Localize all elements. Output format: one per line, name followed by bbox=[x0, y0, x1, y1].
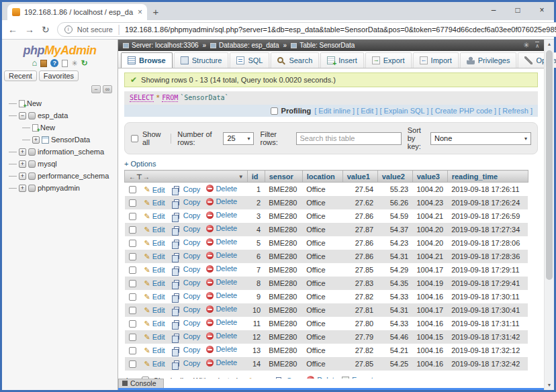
row-delete-link[interactable]: Delete bbox=[206, 278, 237, 286]
tab-close-icon[interactable]: × bbox=[138, 7, 142, 17]
row-checkbox[interactable] bbox=[129, 347, 136, 354]
row-delete-link[interactable]: Delete bbox=[206, 264, 237, 273]
sidebar-item-mysql[interactable]: +mysql bbox=[5, 158, 118, 170]
row-copy-link[interactable]: Copy bbox=[171, 252, 201, 260]
row-copy-link[interactable]: Copy bbox=[171, 238, 201, 246]
browser-tab[interactable]: 192.168.1.86 / localhost / esp_da × bbox=[7, 4, 147, 20]
column-header-id[interactable]: id bbox=[247, 170, 265, 183]
row-delete-link[interactable]: Delete bbox=[206, 332, 237, 340]
recent-tab[interactable]: Recent bbox=[4, 70, 37, 81]
maximize-button[interactable]: □ bbox=[506, 3, 530, 18]
row-copy-link[interactable]: Copy bbox=[171, 305, 201, 313]
row-copy-link[interactable]: Copy bbox=[171, 319, 201, 327]
row-checkbox[interactable] bbox=[129, 253, 136, 260]
options-link[interactable]: + Options bbox=[124, 160, 156, 168]
sidebar-item-information-schema[interactable]: +information_schema bbox=[5, 146, 118, 158]
row-checkbox[interactable] bbox=[129, 199, 136, 207]
number-of-rows-select[interactable]: 25 ▾ bbox=[223, 132, 254, 145]
expand-icon[interactable]: + bbox=[19, 185, 26, 192]
page-scrollbar[interactable]: ▲ ▼ bbox=[544, 40, 554, 390]
row-copy-link[interactable]: Copy bbox=[171, 359, 201, 367]
row-edit-link[interactable]: ✎Edit bbox=[144, 266, 165, 275]
row-delete-link[interactable]: Delete bbox=[206, 358, 237, 366]
page-settings-gear-icon[interactable]: ✳ bbox=[523, 41, 529, 50]
expand-icon[interactable]: + bbox=[19, 173, 26, 180]
new-tab-button[interactable]: + bbox=[147, 4, 165, 20]
row-delete-link[interactable]: Delete bbox=[206, 305, 237, 313]
tab-import[interactable]: Import bbox=[413, 52, 459, 68]
row-checkbox[interactable] bbox=[129, 307, 136, 314]
row-copy-link[interactable]: Copy bbox=[171, 198, 201, 206]
row-edit-link[interactable]: ✎Edit bbox=[144, 306, 165, 315]
row-copy-link[interactable]: Copy bbox=[171, 346, 201, 354]
sidebar-item-sensordata[interactable]: +SensorData bbox=[5, 134, 118, 146]
sidebar-item-performance-schema[interactable]: +performance_schema bbox=[5, 170, 118, 182]
phpmyadmin-logo[interactable]: phpMyAdmin bbox=[2, 40, 118, 58]
console-toggle[interactable]: Console bbox=[118, 379, 164, 388]
help-icon[interactable]: ? bbox=[50, 59, 58, 67]
row-delete-link[interactable]: Delete bbox=[206, 185, 237, 193]
tab-privileges[interactable]: Privileges bbox=[460, 52, 517, 68]
collapse-icon[interactable]: − bbox=[19, 112, 26, 119]
edit-link[interactable]: Edit bbox=[361, 107, 373, 115]
create-php-code-link[interactable]: Create PHP code bbox=[435, 107, 492, 115]
row-delete-link[interactable]: Delete bbox=[206, 291, 237, 299]
address-bar[interactable]: Not secure | 192.168.1.86/phpmyadmin/sql… bbox=[57, 22, 556, 37]
column-header-value3[interactable]: value3 bbox=[412, 170, 447, 183]
edit-inline-link[interactable]: Edit inline bbox=[318, 107, 351, 115]
row-nav-icon[interactable]: ←⊤→ bbox=[129, 173, 150, 181]
row-edit-link[interactable]: ✎Edit bbox=[144, 320, 165, 328]
breadcrumb-server[interactable]: Server: localhost:3306 bbox=[132, 42, 199, 49]
explain-sql-link[interactable]: Explain SQL bbox=[384, 107, 425, 115]
column-header-value2[interactable]: value2 bbox=[377, 170, 412, 183]
row-edit-link[interactable]: ✎Edit bbox=[144, 279, 165, 288]
expand-icon[interactable]: + bbox=[19, 148, 26, 156]
reload-navigation-icon[interactable]: ↻ bbox=[81, 59, 88, 67]
column-header-location[interactable]: location bbox=[302, 170, 342, 183]
row-checkbox[interactable] bbox=[129, 280, 136, 287]
forward-button[interactable]: → bbox=[25, 24, 34, 35]
info-icon[interactable] bbox=[64, 26, 73, 34]
reload-button[interactable]: ↻ bbox=[42, 24, 50, 35]
scroll-up-icon[interactable]: ▲ bbox=[545, 40, 554, 49]
row-checkbox[interactable] bbox=[129, 360, 136, 368]
minimize-button[interactable]: – bbox=[481, 3, 506, 18]
favorites-tab[interactable]: Favorites bbox=[39, 70, 79, 81]
row-delete-link[interactable]: Delete bbox=[206, 197, 237, 205]
row-checkbox[interactable] bbox=[129, 293, 136, 301]
header-options-caret-icon[interactable]: ▼ bbox=[238, 174, 244, 180]
row-edit-link[interactable]: ✎Edit bbox=[144, 293, 165, 301]
row-delete-link[interactable]: Delete bbox=[206, 345, 237, 353]
row-edit-link[interactable]: ✎Edit bbox=[144, 360, 165, 369]
sort-by-key-select[interactable]: None ▾ bbox=[430, 132, 531, 145]
row-copy-link[interactable]: Copy bbox=[171, 265, 201, 273]
row-edit-link[interactable]: ✎Edit bbox=[144, 226, 165, 234]
tab-search[interactable]: Search bbox=[271, 52, 319, 68]
row-copy-link[interactable]: Copy bbox=[171, 292, 201, 300]
row-delete-link[interactable]: Delete bbox=[206, 251, 237, 259]
row-delete-link[interactable]: Delete bbox=[206, 318, 237, 326]
sidebar-item-new[interactable]: New bbox=[5, 97, 118, 109]
row-copy-link[interactable]: Copy bbox=[171, 279, 201, 287]
column-header-sensor[interactable]: sensor bbox=[265, 170, 302, 183]
refresh-link[interactable]: Refresh bbox=[502, 107, 528, 115]
home-icon[interactable]: ⌂ bbox=[32, 59, 37, 67]
row-edit-link[interactable]: ✎Edit bbox=[144, 212, 165, 221]
row-checkbox[interactable] bbox=[129, 213, 136, 220]
row-edit-link[interactable]: ✎Edit bbox=[144, 333, 165, 342]
collapse-all-icon[interactable]: − bbox=[91, 85, 101, 93]
profiling-checkbox[interactable] bbox=[271, 107, 278, 115]
settings-gear-icon[interactable]: ✳ bbox=[71, 60, 77, 67]
column-header-value1[interactable]: value1 bbox=[342, 170, 377, 183]
documentation-icon[interactable] bbox=[62, 60, 68, 67]
row-edit-link[interactable]: ✎Edit bbox=[144, 239, 165, 248]
row-edit-link[interactable]: ✎Edit bbox=[144, 199, 165, 207]
back-button[interactable]: ← bbox=[8, 24, 17, 35]
row-delete-link[interactable]: Delete bbox=[206, 224, 237, 232]
sidebar-item-esp-data[interactable]: −esp_data bbox=[5, 109, 118, 121]
row-checkbox[interactable] bbox=[129, 186, 136, 193]
column-header-reading_time[interactable]: reading_time bbox=[447, 170, 528, 183]
row-edit-link[interactable]: ✎Edit bbox=[144, 252, 165, 261]
row-checkbox[interactable] bbox=[129, 320, 136, 328]
filter-input[interactable] bbox=[296, 132, 402, 145]
